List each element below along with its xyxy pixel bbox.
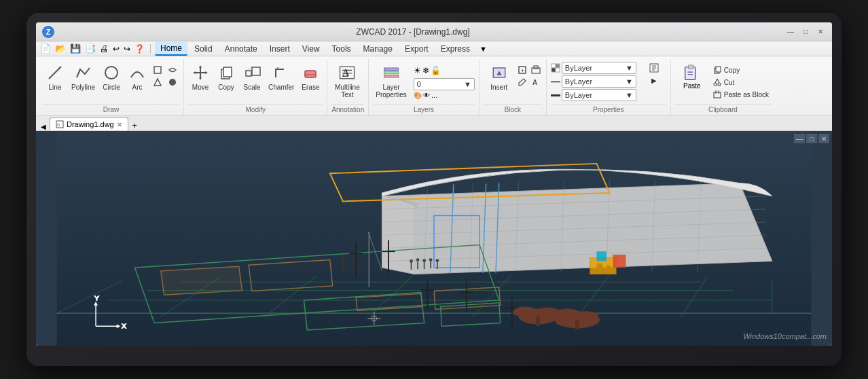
draw-extra-1[interactable] [151, 65, 164, 75]
linetype-preview-icon [551, 81, 560, 83]
copy-clip-button[interactable]: Copy [710, 65, 771, 75]
svg-text:A: A [532, 79, 537, 86]
svg-rect-142 [575, 320, 579, 329]
menu-solid[interactable]: Solid [189, 42, 218, 56]
menu-annotate[interactable]: Annotate [219, 42, 263, 56]
qa-save-icon[interactable]: 💾 [69, 43, 82, 54]
svg-point-113 [410, 259, 413, 263]
layer-lock-icon[interactable]: 🔓 [431, 66, 441, 75]
properties-expand-btn[interactable]: ▶ [642, 75, 666, 86]
linetype-dropdown[interactable]: ByLayer ▼ [562, 75, 636, 88]
new-tab-button[interactable]: + [130, 121, 140, 130]
draw-extra-2[interactable] [166, 65, 179, 75]
copy-button[interactable]: Copy [214, 62, 238, 92]
layer-sun-icon[interactable]: ☀ [414, 66, 421, 75]
close-button[interactable]: ✕ [814, 27, 827, 37]
qa-open-icon[interactable]: 📂 [54, 43, 67, 54]
ribbon-group-draw: Line Polyline [39, 59, 184, 115]
drawing-area[interactable]: — □ ✕ [36, 131, 832, 346]
layer-more[interactable]: … [431, 92, 438, 99]
arc-label: Arc [132, 84, 143, 91]
view-toggle-minus[interactable]: — [794, 134, 805, 143]
draw-extra-3[interactable] [151, 77, 164, 88]
menu-express[interactable]: Express [435, 42, 475, 56]
tab-scroll-left[interactable]: ◀ [39, 123, 48, 130]
menu-view[interactable]: View [297, 42, 325, 56]
layer-properties-icon [382, 63, 401, 82]
scale-button[interactable]: Scale [240, 62, 264, 92]
svg-point-103 [341, 256, 345, 260]
arc-button[interactable]: Arc [125, 62, 149, 92]
draw-extra-4[interactable] [166, 77, 179, 88]
qa-print-icon[interactable]: 🖨 [98, 43, 110, 54]
svg-point-121 [435, 259, 439, 262]
qa-redo-icon[interactable]: ↪ [122, 44, 132, 54]
menu-home[interactable]: Home [155, 42, 187, 56]
multiline-text-icon: A [338, 63, 357, 82]
svg-marker-9 [199, 77, 202, 80]
properties-group-label: Properties [551, 104, 666, 115]
line-button[interactable]: Line [43, 62, 67, 92]
menu-tools[interactable]: Tools [327, 42, 357, 56]
lineweight-dropdown[interactable]: ByLayer ▼ [562, 89, 636, 101]
layer-name-value: 0 [417, 80, 421, 88]
cut-button[interactable]: Cut [710, 77, 771, 88]
block-create[interactable]: + [516, 65, 528, 75]
multiline-text-button[interactable]: A MultilineText [331, 62, 363, 100]
scale-label: Scale [244, 84, 261, 91]
block-edit[interactable] [516, 77, 528, 88]
qa-undo-icon[interactable]: ↩ [111, 44, 121, 54]
svg-point-146 [596, 263, 603, 270]
lineweight-arrow: ▼ [626, 91, 633, 99]
block-define[interactable] [530, 65, 542, 75]
qa-help-icon[interactable]: ❓ [133, 44, 146, 54]
view-toggle-box[interactable]: □ [806, 134, 817, 143]
color-dropdown[interactable]: ByLayer ▼ [562, 62, 636, 74]
layer-icon-row: ☀ ❄ 🔓 [414, 65, 475, 77]
svg-marker-8 [199, 65, 202, 68]
qa-saveas-icon[interactable]: 📑 [84, 43, 97, 54]
menu-manage[interactable]: Manage [358, 42, 398, 56]
layer-color-icon[interactable]: 🎨 [414, 92, 422, 99]
svg-rect-37 [556, 68, 560, 72]
line-icon [46, 63, 65, 82]
polyline-button[interactable]: Polyline [69, 62, 98, 92]
svg-rect-144 [596, 251, 606, 261]
circle-button[interactable]: Circle [99, 62, 124, 92]
layer-freeze-icon[interactable]: ❄ [422, 66, 429, 75]
paste-button[interactable]: Paste [675, 62, 709, 91]
chamfer-icon [272, 63, 291, 82]
insert-button[interactable]: Insert [484, 62, 515, 98]
minimize-button[interactable]: — [784, 27, 797, 37]
draw-group-label: Draw [43, 104, 179, 115]
copy-icon [217, 63, 236, 82]
menu-export[interactable]: Export [399, 42, 434, 56]
tab-close-button[interactable]: ✕ [117, 121, 122, 128]
layer-dropdown-arrow: ▼ [464, 80, 471, 88]
chamfer-button[interactable]: Chamfer [266, 62, 297, 92]
paste-special-button[interactable]: Paste as Block [710, 89, 771, 100]
layer-properties-button[interactable]: LayerProperties [373, 62, 410, 100]
block-items: Insert + [484, 59, 542, 104]
clipboard-group-label: Clipboard [675, 104, 771, 115]
svg-rect-25 [384, 71, 399, 74]
properties-panel-btn[interactable] [642, 62, 666, 74]
paste-special-icon [712, 90, 722, 99]
svg-line-53 [717, 79, 719, 83]
erase-button[interactable]: Erase [298, 62, 323, 92]
block-attributes[interactable]: A [530, 77, 542, 88]
draw-items: Line Polyline [43, 59, 179, 104]
view-toggle-close[interactable]: ✕ [818, 134, 829, 143]
qa-new-icon[interactable]: 📄 [39, 43, 52, 54]
ribbon-toggle[interactable]: ▼ [480, 45, 487, 53]
layer-visible-icon[interactable]: 👁 [423, 92, 430, 99]
menu-insert[interactable]: Insert [264, 42, 295, 56]
svg-point-50 [714, 83, 717, 86]
layers-group-label: Layers [373, 104, 475, 115]
move-button[interactable]: Move [188, 62, 213, 92]
layer-name-dropdown[interactable]: 0 ▼ [414, 78, 475, 90]
maximize-button[interactable]: □ [799, 27, 812, 37]
drawing1-tab[interactable]: D Drawing1.dwg ✕ [50, 118, 128, 130]
svg-point-119 [429, 258, 433, 261]
circle-label: Circle [103, 84, 120, 91]
